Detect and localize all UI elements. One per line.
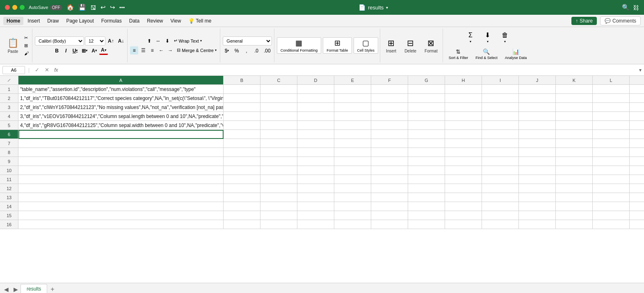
cell-e3[interactable] bbox=[334, 103, 371, 112]
cell-e2[interactable] bbox=[334, 94, 371, 103]
cell-styles-button[interactable]: ▢ Cell Styles bbox=[354, 37, 379, 54]
cell-j5[interactable] bbox=[519, 121, 556, 130]
cell-c11[interactable] bbox=[260, 175, 297, 184]
title-chevron[interactable]: ▾ bbox=[386, 5, 388, 10]
underline-button[interactable]: U▾ bbox=[71, 47, 80, 55]
menu-tell-me[interactable]: 💡 Tell me bbox=[185, 17, 215, 25]
cell-a16[interactable] bbox=[18, 220, 224, 229]
cell-l6[interactable] bbox=[593, 130, 630, 139]
cell-d15[interactable] bbox=[297, 211, 334, 220]
cell-b1[interactable] bbox=[224, 85, 260, 94]
cell-i5[interactable] bbox=[482, 121, 519, 130]
row-header-10[interactable]: 10 bbox=[0, 166, 18, 175]
cell-c14[interactable] bbox=[260, 202, 297, 211]
formula-input[interactable] bbox=[61, 67, 637, 73]
cell-g15[interactable] bbox=[408, 211, 445, 220]
cell-g14[interactable] bbox=[408, 202, 445, 211]
cell-j4[interactable] bbox=[519, 112, 556, 121]
menu-view[interactable]: View bbox=[167, 17, 185, 25]
cell-e4[interactable] bbox=[334, 112, 371, 121]
cell-i11[interactable] bbox=[482, 175, 519, 184]
cell-i4[interactable] bbox=[482, 112, 519, 121]
cell-k3[interactable] bbox=[556, 103, 593, 112]
autosave-toggle[interactable]: OFF bbox=[50, 5, 62, 10]
cell-k2[interactable] bbox=[556, 94, 593, 103]
col-header-e[interactable]: E bbox=[334, 76, 371, 85]
row-header-7[interactable]: 7 bbox=[0, 139, 18, 148]
cell-h5[interactable] bbox=[445, 121, 482, 130]
cell-f8[interactable] bbox=[371, 148, 408, 157]
currency-button[interactable]: $▾ bbox=[223, 47, 231, 55]
percent-button[interactable]: % bbox=[233, 47, 241, 55]
cell-f3[interactable] bbox=[371, 103, 408, 112]
cell-j3[interactable] bbox=[519, 103, 556, 112]
cell-g13[interactable] bbox=[408, 193, 445, 202]
cell-k10[interactable] bbox=[556, 166, 593, 175]
cell-d5[interactable] bbox=[297, 121, 334, 130]
cell-d1[interactable] bbox=[297, 85, 334, 94]
cell-f16[interactable] bbox=[371, 220, 408, 229]
sheet-tab-results[interactable]: results bbox=[21, 284, 47, 293]
col-header-m[interactable]: M bbox=[630, 76, 644, 85]
cell-d8[interactable] bbox=[297, 148, 334, 157]
cell-h9[interactable] bbox=[445, 157, 482, 166]
save-icon[interactable]: 💾 bbox=[78, 4, 86, 11]
align-middle-button[interactable]: ↔ bbox=[154, 37, 162, 45]
row-header-3[interactable]: 3 bbox=[0, 103, 18, 112]
formula-expand-icon[interactable]: ▾ bbox=[639, 67, 642, 73]
cell-j2[interactable] bbox=[519, 94, 556, 103]
cell-e12[interactable] bbox=[334, 184, 371, 193]
cell-m15[interactable] bbox=[630, 211, 644, 220]
cell-a8[interactable] bbox=[18, 148, 224, 157]
cell-d10[interactable] bbox=[297, 166, 334, 175]
cell-g6[interactable] bbox=[408, 130, 445, 139]
cell-k12[interactable] bbox=[556, 184, 593, 193]
cell-m5[interactable] bbox=[630, 121, 644, 130]
cell-k1[interactable] bbox=[556, 85, 593, 94]
font-color-button[interactable]: A▾ bbox=[99, 47, 108, 55]
cell-g7[interactable] bbox=[408, 139, 445, 148]
cell-f15[interactable] bbox=[371, 211, 408, 220]
merge-center-button[interactable]: ⊟ Merge & Centre ▾ bbox=[175, 47, 218, 54]
cell-h4[interactable] bbox=[445, 112, 482, 121]
sum-button[interactable]: Σ ▾ bbox=[462, 30, 479, 45]
cell-c16[interactable] bbox=[260, 220, 297, 229]
cell-i16[interactable] bbox=[482, 220, 519, 229]
decrease-indent-button[interactable]: ← bbox=[157, 46, 165, 55]
cell-j16[interactable] bbox=[519, 220, 556, 229]
cell-d9[interactable] bbox=[297, 157, 334, 166]
home-icon[interactable]: 🏠 bbox=[66, 4, 74, 11]
cell-f6[interactable] bbox=[371, 130, 408, 139]
cell-l11[interactable] bbox=[593, 175, 630, 184]
row-header-1[interactable]: 1 bbox=[0, 85, 18, 94]
cell-j8[interactable] bbox=[519, 148, 556, 157]
cell-a15[interactable] bbox=[18, 211, 224, 220]
cell-e11[interactable] bbox=[334, 175, 371, 184]
cell-c12[interactable] bbox=[260, 184, 297, 193]
col-header-k[interactable]: K bbox=[556, 76, 593, 85]
cell-i7[interactable] bbox=[482, 139, 519, 148]
comments-button[interactable]: 💬 Comments bbox=[600, 16, 641, 25]
col-header-b[interactable]: B bbox=[224, 76, 260, 85]
align-center-button[interactable]: ☰ bbox=[139, 46, 147, 55]
fill-color-button[interactable]: A▾ bbox=[90, 47, 98, 55]
col-header-f[interactable]: F bbox=[371, 76, 408, 85]
cell-k6[interactable] bbox=[556, 130, 593, 139]
cell-m9[interactable] bbox=[630, 157, 644, 166]
cell-c2[interactable] bbox=[260, 94, 297, 103]
cell-e1[interactable] bbox=[334, 85, 371, 94]
fill-button[interactable]: ⬇ ▾ bbox=[480, 30, 496, 45]
menu-page-layout[interactable]: Page Layout bbox=[63, 17, 97, 25]
row-header-4[interactable]: 4 bbox=[0, 112, 18, 121]
decrease-decimal-button[interactable]: .0 bbox=[252, 47, 260, 55]
cell-h10[interactable] bbox=[445, 166, 482, 175]
cell-b11[interactable] bbox=[224, 175, 260, 184]
cell-k9[interactable] bbox=[556, 157, 593, 166]
cell-j7[interactable] bbox=[519, 139, 556, 148]
cell-d4[interactable] bbox=[297, 112, 334, 121]
col-header-l[interactable]: L bbox=[593, 76, 630, 85]
cell-k8[interactable] bbox=[556, 148, 593, 157]
cell-j13[interactable] bbox=[519, 193, 556, 202]
col-header-d[interactable]: D bbox=[297, 76, 334, 85]
cell-l9[interactable] bbox=[593, 157, 630, 166]
